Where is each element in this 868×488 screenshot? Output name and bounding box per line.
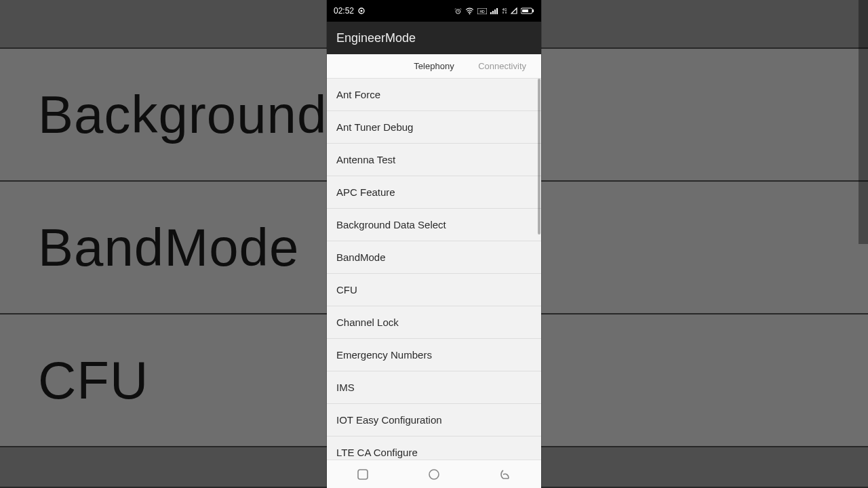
svg-text:HD: HD (479, 9, 485, 14)
nav-back-button[interactable] (498, 467, 513, 482)
list-item[interactable]: Ant Force (327, 79, 541, 111)
nav-bar (327, 460, 541, 488)
wifi-icon (465, 7, 474, 15)
status-clock: 02:52 (334, 6, 365, 16)
list-item-label: CFU (336, 284, 357, 296)
list-item-label: LTE CA Configure (336, 447, 418, 458)
list-item-label: Antenna Test (336, 154, 395, 165)
status-bar: 02:52 HD 4G (327, 0, 541, 22)
list-item-label: Channel Lock (336, 317, 399, 328)
list-item[interactable]: CFU (327, 274, 541, 306)
svg-rect-14 (358, 470, 368, 479)
list-item-label: IOT Easy Configuration (336, 414, 442, 426)
list-item-label: APC Feature (336, 186, 395, 198)
list-item-label: BandMode (336, 251, 386, 263)
record-icon (358, 7, 365, 14)
alarm-icon (454, 7, 462, 15)
list-item[interactable]: LTE CA Configure (327, 436, 541, 460)
list-item[interactable]: Emergency Numbers (327, 339, 541, 371)
nav-home-button[interactable] (427, 467, 441, 482)
svg-rect-12 (532, 9, 534, 12)
list-item-label: Background Data Select (336, 219, 446, 230)
svg-rect-7 (492, 11, 494, 14)
app-title: EngineerMode (336, 31, 416, 45)
list-item[interactable]: Channel Lock (327, 306, 541, 339)
svg-rect-13 (522, 9, 528, 12)
svg-text:4G: 4G (502, 7, 507, 12)
svg-rect-9 (496, 8, 498, 14)
list-item[interactable]: BandMode (327, 241, 541, 274)
list-item[interactable]: Antenna Test (327, 144, 541, 176)
signal2-icon (511, 7, 517, 14)
list-item-label: IMS (336, 382, 355, 393)
status-icons: HD 4G (454, 7, 534, 15)
svg-point-3 (469, 13, 471, 14)
battery-icon (521, 7, 534, 14)
list-scrollbar[interactable] (538, 79, 540, 235)
nav-recents-button[interactable] (355, 467, 370, 482)
volte-icon: HD (477, 8, 487, 14)
list-item[interactable]: APC Feature (327, 176, 541, 209)
list-item[interactable]: IOT Easy Configuration (327, 404, 541, 436)
list-item-label: Emergency Numbers (336, 349, 432, 361)
svg-rect-6 (490, 12, 492, 14)
svg-rect-8 (494, 9, 496, 14)
list-item-label: Ant Tuner Debug (336, 121, 413, 133)
svg-point-1 (360, 9, 362, 12)
list-item[interactable]: IMS (327, 371, 541, 404)
app-title-bar: EngineerMode (327, 22, 541, 54)
tab-connectivity[interactable]: Connectivity (460, 61, 541, 71)
phone-frame: 02:52 HD 4G EngineerMode Telephony Conne… (327, 0, 541, 488)
list-item-label: Ant Force (336, 89, 380, 100)
list-item[interactable]: Ant Tuner Debug (327, 111, 541, 144)
data-icon: 4G (502, 7, 507, 14)
settings-list[interactable]: Ant Force Ant Tuner Debug Antenna Test A… (327, 79, 541, 460)
tab-strip: Telephony Connectivity (327, 54, 541, 79)
page-scrollbar[interactable] (859, 0, 868, 244)
svg-point-15 (429, 470, 439, 479)
signal-icon (490, 7, 498, 14)
clock-text: 02:52 (334, 6, 354, 16)
list-item[interactable]: Background Data Select (327, 209, 541, 241)
